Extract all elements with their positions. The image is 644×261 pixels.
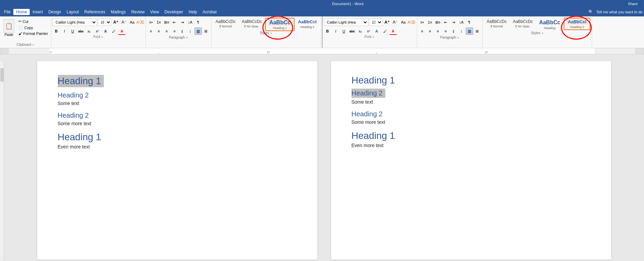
superscript-button[interactable]: x² <box>94 27 101 35</box>
font-size-select-right[interactable]: 13 <box>369 18 383 26</box>
increase-font-btn[interactable]: A⁺ <box>112 18 120 26</box>
line-spacing-btn-right[interactable]: ↕ <box>458 27 465 35</box>
font-size-select[interactable]: 16 <box>98 18 111 26</box>
subscript-button[interactable]: x₂ <box>85 27 93 35</box>
menu-references[interactable]: References <box>82 9 108 15</box>
show-hide-btn-right[interactable]: ¶ <box>466 18 473 26</box>
align-right-btn-right[interactable]: ≡ <box>434 27 442 35</box>
justify-btn-right[interactable]: ≡ <box>442 27 450 35</box>
heading2-2-left[interactable]: Heading 2 <box>58 112 297 119</box>
highlight-btn-right[interactable]: 🖊 <box>381 27 389 35</box>
clear-formatting-btn-right[interactable]: A⌫ <box>408 18 415 26</box>
highlight-btn[interactable]: 🖊 <box>110 27 118 35</box>
font-name-select[interactable]: Calibri Light (Hea <box>53 18 97 26</box>
bullets-btn[interactable]: ≡• <box>147 18 155 26</box>
align-left-btn-right[interactable]: ≡ <box>419 27 426 35</box>
menu-home[interactable]: Home <box>13 9 30 15</box>
increase-indent-btn-right[interactable]: ⇥ <box>450 18 457 26</box>
style-normal-right[interactable]: AaBbCcDc ¶ Normal <box>484 18 510 29</box>
cut-button[interactable]: ✂ Cut <box>17 18 50 24</box>
menu-layout[interactable]: Layout <box>64 9 82 15</box>
decrease-indent-btn-right[interactable]: ⇤ <box>442 18 450 26</box>
decrease-font-btn-right[interactable]: A⁻ <box>392 18 399 26</box>
numbering-btn[interactable]: 1≡ <box>155 18 163 26</box>
style-heading1-right[interactable]: AaBbCc Heading <box>536 18 563 31</box>
bullets-btn-right[interactable]: ≡• <box>419 18 426 26</box>
menu-developer[interactable]: Developer <box>162 9 186 15</box>
superscript-button-right[interactable]: x² <box>365 27 372 35</box>
menu-insert[interactable]: Insert <box>30 9 45 15</box>
borders-btn[interactable]: ⊞ <box>202 27 210 35</box>
font-color-btn[interactable]: A <box>118 27 126 35</box>
columns-btn-right[interactable]: ⫿ <box>450 27 457 35</box>
style-nospace-left[interactable]: AaBbCcDc ¶ No Spac. <box>239 18 264 29</box>
heading1-2-right[interactable]: Heading 1 <box>352 130 591 141</box>
shading-btn-right[interactable]: ▥ <box>466 27 473 35</box>
paragraph-expand-icon[interactable]: ↘ <box>186 36 188 39</box>
align-center-btn[interactable]: ≡ <box>155 27 163 35</box>
change-case-btn-right[interactable]: Aa <box>400 18 407 26</box>
heading2-2-right[interactable]: Heading 2 <box>352 110 591 118</box>
clear-formatting-btn[interactable]: A⌫ <box>137 18 144 26</box>
style-heading2-left[interactable]: AaBbCcI Heading 2 <box>295 18 319 30</box>
font-name-select-right[interactable]: Calibri Light (Hea <box>324 18 368 26</box>
menu-acrobat[interactable]: Acrobat <box>200 9 219 15</box>
strikethrough-button-right[interactable]: abc <box>348 27 356 35</box>
share-button[interactable]: Share <box>625 1 641 6</box>
align-center-btn-right[interactable]: ≡ <box>426 27 434 35</box>
bold-button[interactable]: B <box>53 27 60 35</box>
style-heading1-left[interactable]: AaBbCc Heading 1 <box>265 18 294 31</box>
show-hide-btn[interactable]: ¶ <box>194 18 202 26</box>
styles-expand-icon-right[interactable]: ↘ <box>541 31 544 35</box>
heading2-1-right[interactable]: Heading 2 <box>352 89 385 98</box>
justify-btn[interactable]: ≡ <box>171 27 178 35</box>
font-color-btn-right[interactable]: A <box>389 27 397 35</box>
sort-btn[interactable]: ↕A <box>187 18 194 26</box>
shading-btn[interactable]: ▥ <box>194 27 202 35</box>
align-left-btn[interactable]: ≡ <box>147 27 155 35</box>
subscript-button-right[interactable]: x₂ <box>357 27 364 35</box>
styles-expand-icon[interactable]: ↘ <box>270 31 272 35</box>
font-expand-icon-right[interactable]: ↘ <box>372 35 374 38</box>
decrease-indent-btn[interactable]: ⇤ <box>171 18 178 26</box>
columns-btn[interactable]: ⫿ <box>179 27 186 35</box>
numbering-btn-right[interactable]: 1≡ <box>426 18 434 26</box>
style-normal-left[interactable]: AaBbCcDc ¶ Normal <box>213 18 238 29</box>
align-right-btn[interactable]: ≡ <box>163 27 170 35</box>
line-spacing-btn[interactable]: ↕ <box>187 27 194 35</box>
text-effects-btn[interactable]: A <box>102 27 109 35</box>
menu-file[interactable]: File <box>1 9 13 15</box>
strikethrough-button[interactable]: abc <box>77 27 85 35</box>
italic-button[interactable]: I <box>61 27 68 35</box>
menu-design[interactable]: Design <box>45 9 64 15</box>
italic-button-right[interactable]: I <box>332 27 340 35</box>
borders-btn-right[interactable]: ⊞ <box>474 27 481 35</box>
heading2-1-left[interactable]: Heading 2 <box>58 91 297 99</box>
scroll-thumb[interactable] <box>0 68 4 82</box>
underline-button-right[interactable]: U <box>340 27 348 35</box>
increase-indent-btn[interactable]: ⇥ <box>179 18 186 26</box>
multilevel-btn-right[interactable]: ⊞≡ <box>434 18 442 26</box>
style-heading2-right[interactable]: AaBbCcI Heading 2 <box>564 18 590 30</box>
multilevel-btn[interactable]: ⊞≡ <box>163 18 170 26</box>
menu-review[interactable]: Review <box>128 9 147 15</box>
heading1-1-left[interactable]: Heading 1 <box>58 75 104 87</box>
heading1-1-right[interactable]: Heading 1 <box>352 75 591 86</box>
increase-font-btn-right[interactable]: A⁺ <box>383 18 391 26</box>
menu-help[interactable]: Help <box>186 9 200 15</box>
font-expand-icon[interactable]: ↘ <box>101 35 103 38</box>
decrease-font-btn[interactable]: A⁻ <box>120 18 128 26</box>
format-painter-button[interactable]: 🖌 Format Painter <box>17 31 50 36</box>
paste-button[interactable]: 📋 Paste <box>1 18 16 37</box>
change-case-btn[interactable]: Aa <box>128 18 136 26</box>
heading1-2-left[interactable]: Heading 1 <box>58 132 297 143</box>
clipboard-expand-icon[interactable]: ↘ <box>32 43 34 46</box>
paragraph-expand-icon-right[interactable]: ↘ <box>457 36 459 39</box>
menu-mailings[interactable]: Mailings <box>108 9 128 15</box>
text-effects-btn-right[interactable]: A <box>373 27 381 35</box>
menu-view[interactable]: View <box>148 9 162 15</box>
sort-btn-right[interactable]: ↕A <box>458 18 465 26</box>
underline-button[interactable]: U <box>69 27 77 35</box>
copy-button[interactable]: 📄 Copy <box>17 25 50 30</box>
style-nospace-right[interactable]: AaBbCcDc ¶ No Spac. <box>510 18 536 29</box>
